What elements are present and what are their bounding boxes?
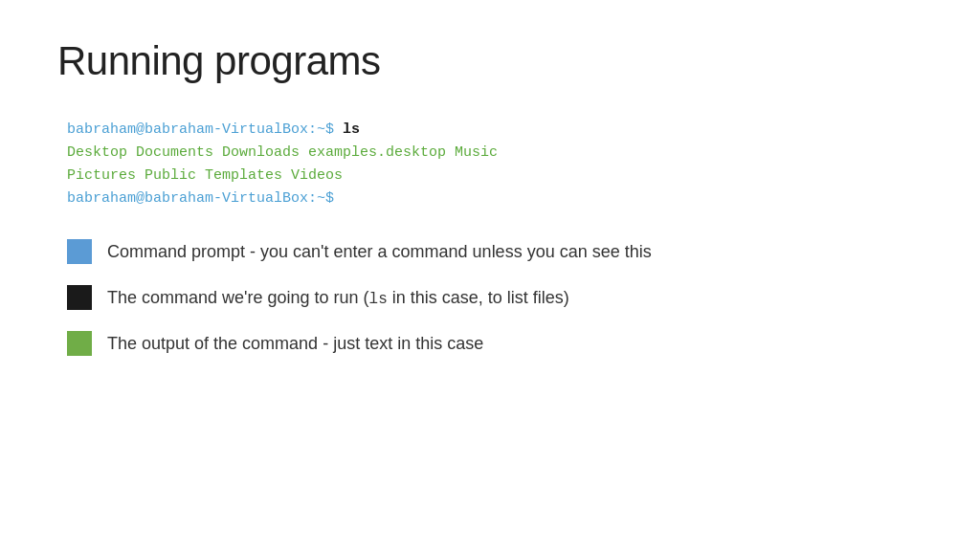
terminal-prompt-2: babraham@babraham-VirtualBox:~$ xyxy=(67,190,334,207)
terminal-output-line-2: Pictures Public Templates Videos xyxy=(67,165,923,187)
legend-label-command-code: ls xyxy=(369,291,388,308)
legend-label-prompt: Command prompt - you can't enter a comma… xyxy=(107,242,652,262)
legend-item-output: The output of the command - just text in… xyxy=(67,331,923,356)
terminal-prompt-line-1: babraham@babraham-VirtualBox:~$ ls xyxy=(67,119,923,142)
legend-label-output: The output of the command - just text in… xyxy=(107,334,483,354)
terminal-block: babraham@babraham-VirtualBox:~$ ls Deskt… xyxy=(57,119,923,210)
terminal-prompt-1: babraham@babraham-VirtualBox:~$ xyxy=(67,121,334,138)
page-title: Running programs xyxy=(57,38,923,84)
legend-color-black xyxy=(67,285,92,310)
legend-item-prompt: Command prompt - you can't enter a comma… xyxy=(67,239,923,264)
legend-label-command: The command we're going to run (ls in th… xyxy=(107,288,569,308)
legend-label-command-after: in this case, to list files) xyxy=(388,288,569,307)
legend: Command prompt - you can't enter a comma… xyxy=(57,239,923,356)
terminal-prompt-line-2: babraham@babraham-VirtualBox:~$ xyxy=(67,187,923,210)
legend-color-green xyxy=(67,331,92,356)
legend-item-command: The command we're going to run (ls in th… xyxy=(67,285,923,310)
terminal-output-line-1: Desktop Documents Downloads examples.des… xyxy=(67,142,923,165)
legend-color-blue xyxy=(67,239,92,264)
legend-label-command-before: The command we're going to run ( xyxy=(107,288,369,307)
terminal-command: ls xyxy=(334,121,360,138)
